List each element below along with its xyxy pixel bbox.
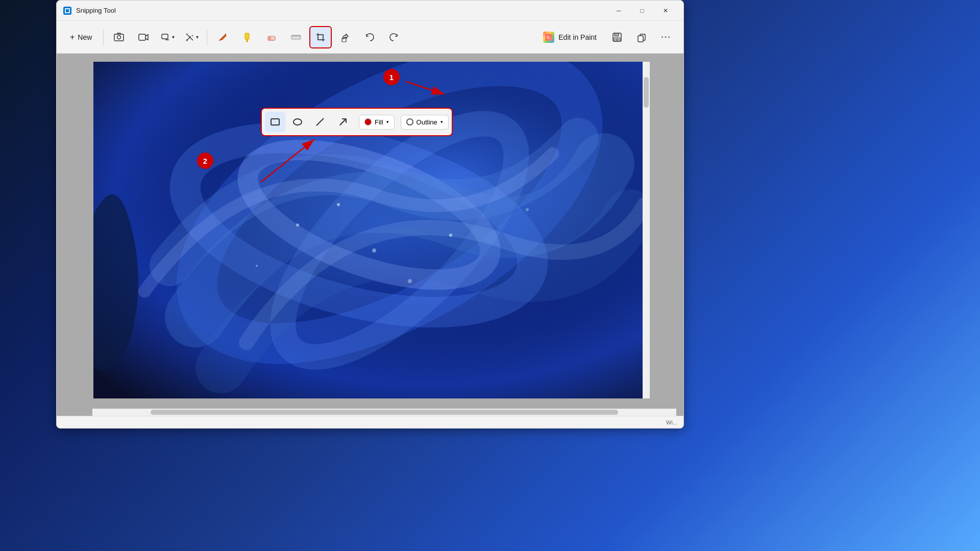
redo-button[interactable] — [383, 26, 405, 48]
crop-button[interactable] — [309, 26, 332, 48]
snipping-tool-window: Snipping Tool ─ □ ✕ + New — [56, 0, 684, 429]
canvas-area: Fill ▾ Outline ▾ 1 2 — [57, 54, 683, 416]
step-badge-2: 2 — [197, 153, 213, 169]
svg-point-39 — [293, 119, 302, 125]
minimize-button[interactable]: ─ — [607, 3, 630, 19]
trim-dropdown-button[interactable]: ▾ — [181, 26, 203, 48]
chevron-down-icon: ▾ — [172, 34, 175, 40]
close-button[interactable]: ✕ — [654, 3, 677, 19]
status-text: Wi... — [666, 419, 677, 425]
outline-chevron-icon: ▾ — [440, 119, 443, 124]
svg-point-4 — [117, 35, 121, 39]
arrow-shape-button[interactable] — [332, 112, 353, 132]
svg-point-31 — [296, 223, 299, 227]
title-bar: Snipping Tool ─ □ ✕ — [57, 1, 683, 21]
badge-1-label: 1 — [389, 73, 394, 82]
fill-circle-icon — [364, 118, 372, 126]
scrollbar-thumb-v[interactable] — [644, 77, 649, 108]
badge-2-label: 2 — [203, 157, 207, 165]
eraser-button[interactable] — [260, 26, 283, 48]
window-title: Snipping Tool — [76, 7, 607, 14]
new-button[interactable]: + New — [63, 30, 99, 45]
new-label: New — [78, 33, 92, 41]
line-shape-button[interactable] — [310, 112, 330, 132]
svg-point-33 — [449, 234, 452, 237]
main-toolbar: + New ▾ — [57, 21, 683, 54]
status-bar: Wi... — [57, 416, 683, 428]
svg-rect-2 — [66, 9, 69, 12]
edit-in-paint-button[interactable]: ✎ Edit in Paint — [536, 29, 604, 46]
svg-rect-23 — [638, 36, 643, 42]
rectangle-shape-button[interactable] — [265, 112, 285, 132]
scrollbar-thumb-h[interactable] — [151, 410, 618, 415]
more-button[interactable]: ··· — [655, 26, 677, 48]
screenshot-button[interactable] — [108, 26, 130, 48]
svg-rect-15 — [342, 38, 346, 42]
outline-button[interactable]: Outline ▾ — [401, 115, 449, 130]
svg-rect-9 — [245, 33, 249, 39]
horizontal-scrollbar[interactable] — [92, 409, 676, 416]
ellipse-shape-button[interactable] — [287, 112, 308, 132]
fill-label: Fill — [375, 118, 383, 126]
ruler-button[interactable] — [285, 26, 307, 48]
shape-dropdown-button[interactable]: ▾ — [157, 26, 179, 48]
undo-button[interactable] — [358, 26, 381, 48]
svg-point-34 — [526, 208, 529, 211]
copy-button[interactable] — [630, 26, 653, 48]
rotate-button[interactable] — [334, 26, 356, 48]
highlighter-button[interactable] — [236, 26, 258, 48]
svg-rect-10 — [246, 39, 248, 41]
window-controls: ─ □ ✕ — [607, 3, 677, 19]
svg-rect-6 — [162, 34, 168, 39]
trim-chevron-icon: ▾ — [196, 34, 199, 40]
edit-in-paint-label: Edit in Paint — [558, 33, 597, 41]
fill-chevron-icon: ▾ — [386, 119, 389, 124]
svg-point-37 — [408, 279, 412, 283]
svg-point-32 — [372, 248, 376, 253]
fill-button[interactable]: Fill ▾ — [359, 115, 395, 130]
outline-label: Outline — [416, 118, 437, 126]
svg-rect-14 — [318, 35, 323, 40]
svg-text:✎: ✎ — [546, 35, 550, 40]
toolbar-separator-2 — [207, 29, 207, 45]
shape-toolbar: Fill ▾ Outline ▾ — [261, 108, 453, 136]
vertical-scrollbar[interactable] — [643, 62, 650, 398]
paint-icon: ✎ — [543, 32, 554, 43]
svg-rect-12 — [268, 36, 271, 40]
outline-circle-icon — [406, 118, 413, 126]
save-button[interactable] — [606, 26, 628, 48]
plus-icon: + — [70, 33, 75, 42]
app-icon — [63, 6, 72, 15]
svg-rect-19 — [615, 33, 619, 36]
pen-button[interactable] — [211, 26, 234, 48]
svg-rect-21 — [616, 39, 619, 41]
svg-point-7 — [186, 33, 188, 35]
svg-rect-5 — [139, 34, 145, 40]
svg-point-35 — [256, 265, 258, 267]
step-badge-1: 1 — [383, 69, 400, 85]
toolbar-separator-1 — [103, 29, 104, 45]
svg-point-36 — [337, 203, 340, 206]
maximize-button[interactable]: □ — [630, 3, 654, 19]
video-button[interactable] — [132, 26, 155, 48]
svg-rect-38 — [271, 119, 279, 125]
